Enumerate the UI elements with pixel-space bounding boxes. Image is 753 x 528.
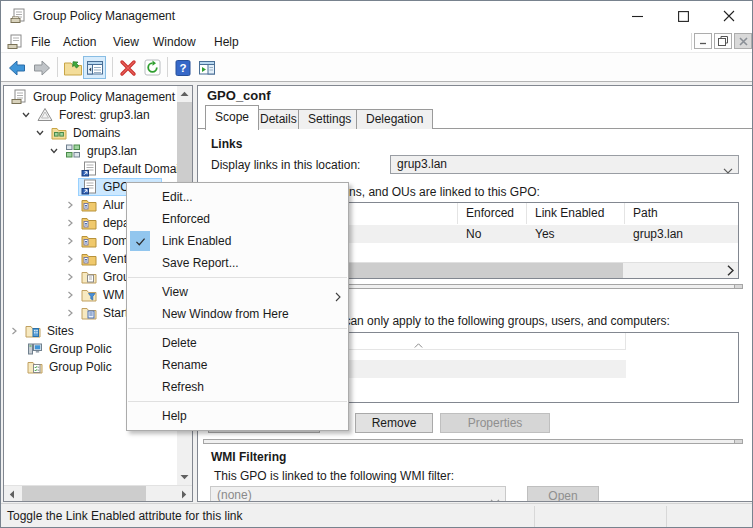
gpo-title: GPO_conf <box>207 88 271 103</box>
links-heading: Links <box>211 137 242 151</box>
maximize-button[interactable] <box>660 1 706 31</box>
up-folder-icon <box>63 58 83 78</box>
window-title: Group Policy Management <box>33 9 175 23</box>
tab-scope[interactable]: Scope <box>205 105 259 130</box>
menu-item-enforced[interactable]: Enforced <box>127 208 348 230</box>
wmi-filtering-heading: WMI Filtering <box>211 450 286 464</box>
close-icon <box>723 10 735 22</box>
tab-delegation[interactable]: Delegation <box>356 109 433 129</box>
tab-settings[interactable]: Settings <box>298 109 361 129</box>
mdi-close-icon <box>739 37 748 46</box>
gpmc-window: Group Policy Management File Action View… <box>0 0 753 528</box>
menu-item-link-enabled[interactable]: Link Enabled <box>127 230 348 252</box>
tree-item-label: Group Polic <box>47 360 114 374</box>
refresh-button[interactable] <box>141 56 164 79</box>
wmi-intro-text: This GPO is linked to the following WMI … <box>214 469 454 483</box>
chevron-expanded-icon[interactable] <box>21 109 37 121</box>
starter-gpo-folder-icon <box>81 305 97 321</box>
minimize-icon <box>632 11 643 22</box>
menu-help[interactable]: Help <box>208 31 245 53</box>
cell-path: grup3.lan <box>625 225 738 243</box>
tree-item-domain-grup3[interactable]: grup3.lan <box>4 142 192 160</box>
title-bar[interactable]: Group Policy Management <box>1 1 752 31</box>
chevron-collapsed-icon[interactable] <box>65 253 81 265</box>
svg-text:?: ? <box>179 62 186 74</box>
menu-item-new-window[interactable]: New Window from Here <box>127 303 348 325</box>
gpm-root-icon <box>11 89 27 105</box>
column-header-path[interactable]: Path <box>625 203 738 224</box>
menu-item-view[interactable]: View <box>127 281 348 303</box>
help-button[interactable]: ? <box>171 56 194 79</box>
chevron-collapsed-icon[interactable] <box>65 289 81 301</box>
menu-item-help[interactable]: Help <box>127 405 348 427</box>
chevron-collapsed-icon[interactable] <box>65 235 81 247</box>
tree-horizontal-scrollbar[interactable] <box>4 485 192 501</box>
show-console-tree-button[interactable] <box>83 56 106 79</box>
scroll-right-arrow[interactable] <box>722 263 738 278</box>
ou-icon <box>81 251 97 267</box>
tree-item-root[interactable]: Group Policy Management <box>4 88 192 106</box>
refresh-icon <box>143 58 162 77</box>
tree-item-forest[interactable]: Forest: grup3.lan <box>4 106 192 124</box>
chevron-collapsed-icon[interactable] <box>65 307 81 319</box>
mdi-minimize-button[interactable] <box>694 33 712 49</box>
gpmc-app-icon <box>10 8 26 24</box>
delete-button[interactable] <box>116 56 139 79</box>
gpo-context-menu: Edit... Enforced Link Enabled Save Repor… <box>126 182 349 431</box>
console-tree-icon <box>86 59 104 77</box>
forward-button[interactable] <box>30 56 53 79</box>
ou-icon <box>81 197 97 213</box>
scroll-up-arrow[interactable] <box>177 86 192 102</box>
remove-button[interactable]: Remove <box>355 413 433 433</box>
menu-separator <box>128 401 347 402</box>
gp-modeling-icon <box>27 341 43 357</box>
location-combobox[interactable]: grup3.lan <box>390 155 739 174</box>
menu-item-edit[interactable]: Edit... <box>127 186 348 208</box>
scrollbar-thumb[interactable] <box>22 486 146 501</box>
toolbar-separator <box>112 57 113 77</box>
up-one-level-button[interactable] <box>61 56 84 79</box>
wmi-filter-combobox[interactable]: (none) <box>210 486 506 502</box>
chevron-down-icon <box>723 162 733 179</box>
mdi-restore-button[interactable] <box>714 33 732 49</box>
column-header-link-enabled[interactable]: Link Enabled <box>527 203 625 224</box>
menu-action[interactable]: Action <box>57 31 102 53</box>
menu-window[interactable]: Window <box>147 31 202 53</box>
menu-item-refresh[interactable]: Refresh <box>127 376 348 398</box>
scroll-right-arrow[interactable] <box>176 486 192 502</box>
open-button[interactable]: Open <box>527 486 599 502</box>
column-header-enforced[interactable]: Enforced <box>458 203 527 224</box>
tree-item-domains[interactable]: Domains <box>4 124 192 142</box>
toolbar-separator <box>167 57 168 77</box>
close-button[interactable] <box>706 1 752 31</box>
chevron-down-icon <box>490 493 500 502</box>
chevron-expanded-icon[interactable] <box>35 127 51 139</box>
tree-item-label: Alur <box>101 198 126 212</box>
tree-item-default-domain-policy[interactable]: Default Domain <box>4 160 192 178</box>
gpo-folder-icon <box>81 269 97 285</box>
show-action-pane-button[interactable] <box>195 56 218 79</box>
chevron-collapsed-icon[interactable] <box>65 199 81 211</box>
menu-item-rename[interactable]: Rename <box>127 354 348 376</box>
location-combobox-value: grup3.lan <box>397 157 447 171</box>
minimize-button[interactable] <box>614 1 660 31</box>
menu-item-delete[interactable]: Delete <box>127 332 348 354</box>
back-button[interactable] <box>5 56 28 79</box>
menu-item-save-report[interactable]: Save Report... <box>127 252 348 274</box>
divider-cap <box>734 285 742 288</box>
chevron-expanded-icon[interactable] <box>49 145 65 157</box>
mdi-close-button[interactable] <box>734 33 752 49</box>
chevron-collapsed-icon[interactable] <box>65 271 81 283</box>
toolbar-separator <box>57 57 58 77</box>
properties-button[interactable]: Properties <box>440 413 550 433</box>
menu-view[interactable]: View <box>107 31 145 53</box>
menu-file[interactable]: File <box>25 31 56 53</box>
chevron-collapsed-icon[interactable] <box>65 217 81 229</box>
chevron-collapsed-icon[interactable] <box>9 325 25 337</box>
toolbar: ? <box>1 53 752 82</box>
scroll-left-arrow[interactable] <box>4 486 20 502</box>
maximize-icon <box>678 11 689 22</box>
scroll-down-arrow[interactable] <box>177 469 192 485</box>
gp-results-icon <box>27 359 43 375</box>
section-divider <box>203 439 743 444</box>
